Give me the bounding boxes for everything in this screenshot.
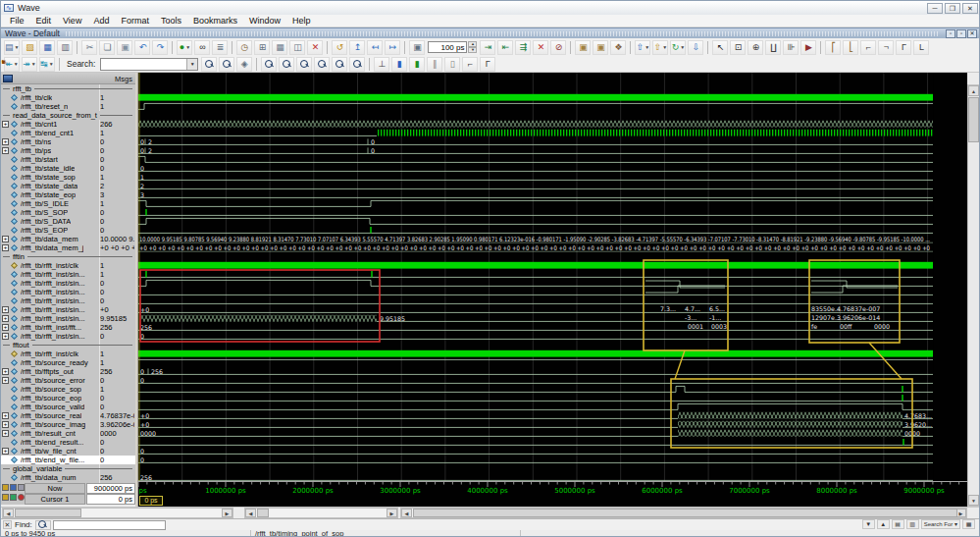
clock-button[interactable]: ◷ <box>236 40 252 55</box>
signal-row[interactable]: /rfft_tb/end_cnt11 <box>1 129 135 137</box>
signal-row[interactable]: /rfft_tb/state_data2 <box>1 182 135 190</box>
zoom-range-button[interactable]: ↔ <box>314 57 330 72</box>
signal-name[interactable]: /rfft_tb/data_mem_j <box>21 243 83 252</box>
wave-canvas[interactable]: 020020012310.0000 9.95185 9.80785 9.5694… <box>138 73 967 481</box>
pane-dock-button[interactable]: ▫ <box>946 29 955 38</box>
signal-name[interactable]: /rfft_tb/rfft_inst/fft... <box>21 323 81 332</box>
signal-name[interactable]: /rfft_tb/S_EOP <box>21 226 68 235</box>
vertical-scroll-thumb[interactable] <box>968 97 979 142</box>
expand-icon[interactable]: + <box>2 324 9 331</box>
search-combo[interactable]: ▼ <box>100 58 198 71</box>
scroll-right-icon[interactable]: ▶ <box>222 509 232 517</box>
leaf-names-button[interactable]: ⌐ <box>462 57 478 72</box>
prev-falling-edge-button[interactable]: ⌐ <box>860 40 876 55</box>
zoom-last-button[interactable]: l <box>349 57 365 72</box>
chevron-down-icon[interactable]: ▼ <box>14 58 19 71</box>
add-wave-button[interactable]: ⊞ <box>254 40 270 55</box>
signal-name[interactable]: /rfft_tb/cnt1 <box>21 120 57 129</box>
signal-name[interactable]: /rfft_tb/rfft_inst/sin... <box>21 270 85 279</box>
run-all-button[interactable]: ⇶ <box>515 40 531 55</box>
signal-row[interactable]: /rfft_tb/S_DATA0 <box>1 217 135 226</box>
expand-icon[interactable]: + <box>2 121 9 128</box>
chevron-down-icon[interactable]: ▼ <box>15 41 20 54</box>
find-prev-button[interactable]: ▲ <box>877 519 890 529</box>
pane-title-strip[interactable]: Wave - Default ▫ ▫ ✕ <box>1 27 980 38</box>
break-button[interactable]: ✕ <box>533 40 548 55</box>
cursor-lock-button[interactable]: ⊥ <box>374 57 389 72</box>
signal-row[interactable]: /rfft_tb/clk1 <box>1 93 135 102</box>
signal-row[interactable]: +/rfft_tb/source_error0 <box>1 376 135 385</box>
find-next-button[interactable]: ▼ <box>862 519 875 529</box>
prev-transition-button[interactable]: ⇧▼ <box>635 40 650 55</box>
horizontal-scroll-thumb[interactable] <box>413 509 957 517</box>
signal-name[interactable]: /rfft_tb/S_DATA <box>21 217 71 226</box>
scroll-left-icon[interactable]: ◀ <box>401 509 412 517</box>
move-edge-button[interactable]: ⊪ <box>783 40 799 55</box>
signal-row[interactable]: /rfft_tb/source_valid0 <box>1 403 135 411</box>
signal-row[interactable]: +/rfft_tb/ns0 <box>1 137 135 146</box>
cut-button[interactable]: ✂ <box>81 40 97 55</box>
signal-name[interactable]: /rfft_tb/ps <box>21 146 51 155</box>
find-bookmark-button[interactable]: ▥ <box>906 519 919 529</box>
expand-icon[interactable]: + <box>2 430 9 437</box>
signal-row[interactable]: /rfft_tb/rfft_inst/sin...1 <box>1 270 135 279</box>
signal-name[interactable]: /rfft_tb/end_cnt1 <box>21 129 74 137</box>
signal-row[interactable]: /rfft_tb/rfft_inst/clk1 <box>1 261 135 270</box>
signal-name[interactable]: /rfft_tb/S_IDLE <box>21 199 69 208</box>
signal-name[interactable]: /rfft_tb/clk <box>21 93 52 102</box>
signal-row[interactable]: /rfft_tb/reset_n1 <box>1 102 135 111</box>
signal-row[interactable]: +/rfft_tb/result_cnt0000 <box>1 429 135 438</box>
signal-name[interactable]: /rfft_tb/source_real <box>21 411 81 420</box>
next-rising-edge-button[interactable]: L <box>913 40 929 55</box>
chevron-down-icon[interactable]: ▼ <box>645 41 649 54</box>
prev-rising-edge-button[interactable]: Γ <box>896 40 911 55</box>
menu-window[interactable]: Window <box>243 16 286 26</box>
collapse-time-button[interactable]: ↹▼ <box>39 57 55 72</box>
compile-button[interactable]: ●▼ <box>177 40 192 55</box>
signal-row[interactable]: +/rfft_tb/cnt1266 <box>1 120 135 129</box>
hand-button[interactable]: ❖ <box>610 40 626 55</box>
expand-right-button[interactable]: ↠▼ <box>22 57 37 72</box>
filter-button[interactable]: ≣ <box>212 40 228 55</box>
stop-button[interactable]: ⊘ <box>550 40 566 55</box>
expand-icon[interactable]: + <box>2 236 9 242</box>
group-divider-read_data_source_from_t[interactable]: read_data_source_from_t <box>1 111 135 120</box>
signal-name[interactable]: /rfft_tb/rfft_inst/sin... <box>21 279 85 288</box>
signal-name[interactable]: /rfft_tb/state_idle <box>21 164 75 173</box>
signal-name[interactable]: /rfft_tb/rfft_inst/sin... <box>21 288 85 296</box>
corner-tool-icon[interactable] <box>18 494 25 501</box>
refresh-button[interactable]: ↻▼ <box>670 40 686 55</box>
wave-window-button[interactable]: ◫ <box>289 40 305 55</box>
back-button[interactable]: ↤ <box>367 40 383 55</box>
signal-name[interactable]: /rfft_tb/source_eop <box>21 394 81 403</box>
signal-name[interactable]: /rfft_tb/w_file_cnt <box>21 447 77 456</box>
delete-button[interactable]: ✕ <box>307 40 323 55</box>
open-file-button[interactable]: ▨ <box>22 40 37 55</box>
expand-icon[interactable]: + <box>2 147 9 154</box>
menu-bookmarks[interactable]: Bookmarks <box>187 16 243 26</box>
scroll-left-icon[interactable]: ◀ <box>245 509 256 517</box>
signal-name[interactable]: /rfft_tb/end_w_file... <box>21 456 84 464</box>
zoom-out-button[interactable]: − <box>279 57 294 72</box>
dock-button[interactable]: ▣ <box>575 40 591 55</box>
scroll-right-icon[interactable]: ▶ <box>387 509 397 517</box>
signal-row[interactable]: +/rfft_tb/source_real4.76837e-007 <box>1 411 135 420</box>
expand-icon[interactable]: + <box>2 368 9 375</box>
find-close-icon[interactable]: ✕ <box>3 520 12 529</box>
zoom-full-button[interactable]: □ <box>296 57 312 72</box>
signal-row[interactable]: /rfft_tb/rfft_inst/sin...0 <box>1 288 135 296</box>
signal-name[interactable]: /rfft_tb/source_ready <box>21 358 88 367</box>
run-length-icon[interactable]: ▣ <box>409 40 425 55</box>
signal-name[interactable]: /rfft_tb/start <box>21 155 58 164</box>
signal-name[interactable]: /rfft_tb/fftpts_out <box>21 367 74 376</box>
signal-row[interactable]: /rfft_tb/rfft_inst/sin...0 <box>1 296 135 305</box>
signal-row[interactable]: +/rfft_tb/source_imag3.96206e-014 <box>1 420 135 429</box>
zoom-mode-button[interactable]: ⊡ <box>730 40 746 55</box>
signal-row[interactable]: /rfft_tb/end_w_file...0 <box>1 456 135 464</box>
signal-name[interactable]: /rfft_tb/reset_n <box>21 102 68 111</box>
horizontal-scrollbars[interactable]: ◀▶◀▶◀▶ <box>1 507 980 518</box>
signal-row[interactable]: /rfft_tb/S_SOP0 <box>1 208 135 217</box>
signal-row[interactable]: /rfft_tb/rfft_inst/sin...0 <box>1 279 135 288</box>
search-next-button[interactable]: ▾ <box>201 57 217 72</box>
group-divider-fftin[interactable]: fftin <box>1 252 135 261</box>
